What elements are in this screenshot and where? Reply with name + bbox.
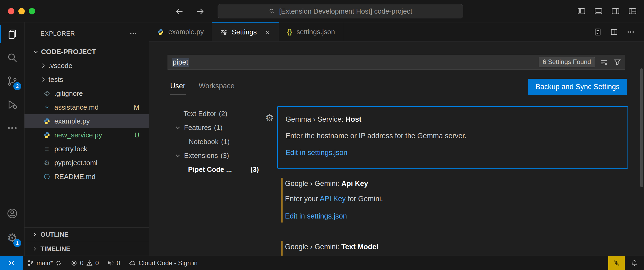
minimize-window-button[interactable] [18, 8, 25, 14]
tree-item-new-service-py[interactable]: new_service.py U [25, 128, 149, 142]
toc-extensions[interactable]: Extensions (3) [174, 149, 229, 162]
tree-item-poetry-lock[interactable]: ≡ poetry.lock [25, 142, 149, 156]
command-center[interactable]: [Extension Development Host] code-projec… [218, 4, 463, 18]
error-count: 0 [80, 259, 83, 267]
tree-item-tests[interactable]: tests [25, 73, 149, 86]
tree-item-pyproject-toml[interactable]: ⚙ pyproject.toml [25, 156, 149, 170]
toggle-secondary-sidebar-icon[interactable] [611, 7, 620, 16]
toc-pipet-code[interactable]: Pipet Code ... (3) [188, 162, 259, 176]
tree-item-vscode[interactable]: .vscode [25, 59, 149, 73]
navigate-back-button[interactable] [174, 6, 185, 17]
notifications-bell[interactable] [625, 256, 644, 270]
modified-indicator [281, 241, 283, 256]
toc-text-editor[interactable]: Text Editor (2) [184, 107, 227, 121]
setting-key: Text Model [341, 243, 378, 251]
editor-actions [593, 22, 644, 41]
backup-sync-settings-button[interactable]: Backup and Sync Settings [528, 79, 627, 95]
tab-example-py[interactable]: example.py [149, 22, 212, 41]
lock-file-icon: ≡ [45, 145, 49, 152]
markdown-file-icon [43, 104, 50, 111]
chevron-right-icon [39, 76, 47, 83]
activity-accounts[interactable] [0, 202, 25, 225]
scope-tab-workspace[interactable]: Workspace [198, 80, 235, 94]
more-actions-icon[interactable] [626, 28, 635, 36]
problems-item[interactable]: 0 0 [66, 256, 103, 270]
close-window-button[interactable] [8, 8, 14, 14]
edit-in-settings-json-link[interactable]: Edit in settings.json [285, 212, 347, 220]
file-tree: CODE-PROJECT .vscode tests .gitignore as… [25, 45, 149, 184]
tab-settings-json[interactable]: {} settings.json [279, 22, 343, 41]
split-editor-icon[interactable] [610, 28, 618, 36]
lightning-slash-icon [613, 259, 621, 267]
settings-badge: 1 [13, 239, 21, 247]
settings-search-input[interactable]: pipet 6 Settings Found [168, 55, 625, 70]
editor-tab-bar: example.py Settings {} settings.json [149, 22, 644, 42]
activity-settings[interactable]: ⚙ 1 [0, 226, 25, 250]
toc-features[interactable]: Features (1) [174, 121, 222, 134]
git-branch-icon [27, 260, 34, 267]
setting-row-gemini-api-key[interactable]: Google › Gemini: Api Key Enter your API … [281, 176, 628, 224]
status-bar-right [608, 256, 644, 270]
explorer-more-actions-icon[interactable] [129, 30, 137, 38]
json-file-icon: {} [287, 28, 292, 36]
tab-label: example.py [168, 28, 204, 36]
clear-search-icon[interactable] [600, 58, 608, 66]
timeline-section-header[interactable]: TIMELINE [25, 242, 149, 256]
section-label: TIMELINE [40, 245, 70, 253]
outline-section-header[interactable]: OUTLINE [25, 227, 149, 241]
toc-notebook[interactable]: Notebook (1) [189, 135, 230, 149]
command-center-title: [Extension Development Host] code-projec… [279, 7, 412, 15]
ports-item[interactable]: 0 [103, 256, 124, 270]
close-tab-icon[interactable] [264, 29, 271, 35]
run-debug-icon [6, 99, 18, 110]
git-file-icon [43, 90, 50, 97]
activity-search[interactable] [0, 46, 25, 69]
toc-label: Notebook [189, 138, 218, 146]
activity-explorer[interactable] [0, 22, 25, 46]
tree-item-gitignore[interactable]: .gitignore [25, 86, 149, 100]
scope-tab-user[interactable]: User [170, 80, 186, 94]
tree-root-code-project[interactable]: CODE-PROJECT [25, 45, 149, 59]
python-file-icon [43, 118, 50, 125]
edit-in-settings-json-link[interactable]: Edit in settings.json [286, 149, 348, 157]
extensions-disabled-indicator[interactable] [608, 256, 625, 270]
customize-layout-icon[interactable] [628, 7, 637, 16]
tree-item-readme-md[interactable]: README.md [25, 170, 149, 184]
description-text: for Gemini. [346, 195, 383, 203]
cloud-code-item[interactable]: Cloud Code - Sign in [124, 256, 202, 270]
zoom-window-button[interactable] [29, 8, 35, 14]
status-bar: main* 0 0 0 Cloud Code - Sign in [0, 256, 644, 270]
toggle-primary-sidebar-icon[interactable] [577, 7, 586, 16]
remote-indicator[interactable] [0, 256, 23, 270]
info-file-icon [43, 173, 50, 180]
scrollbar[interactable] [640, 68, 643, 187]
tree-root-label: CODE-PROJECT [41, 48, 96, 56]
setting-title: Google › Gemini: Api Key [285, 178, 368, 189]
tree-item-example-py[interactable]: example.py [25, 114, 149, 128]
chevron-down-icon [174, 124, 181, 131]
filter-icon[interactable] [613, 58, 622, 66]
activity-source-control[interactable]: 2 [0, 69, 25, 93]
setting-row-gear-icon[interactable]: ⚙ [265, 113, 274, 123]
branch-item[interactable]: main* [23, 256, 66, 270]
setting-row-gemini-text-model[interactable]: Google › Gemini: Text Model [281, 241, 628, 256]
activity-more[interactable] [0, 116, 25, 140]
open-settings-json-icon[interactable] [593, 28, 602, 36]
toc-count: (3) [250, 165, 259, 174]
tab-settings[interactable]: Settings [212, 22, 279, 41]
tree-item-assistance-md[interactable]: assistance.md M [25, 100, 149, 114]
account-icon [6, 208, 18, 219]
tree-item-label: assistance.md [54, 103, 99, 112]
chevron-right-icon [31, 246, 38, 252]
toc-count: (1) [214, 124, 223, 132]
section-label: OUTLINE [40, 231, 68, 238]
activity-bar: 2 ⚙ 1 [0, 22, 25, 256]
tree-item-label: example.py [54, 117, 90, 125]
search-controls: 6 Settings Found [539, 57, 622, 67]
toggle-panel-icon[interactable] [594, 7, 603, 16]
api-key-link[interactable]: API Key [320, 195, 346, 203]
setting-row-gemma-service-host[interactable]: Gemma › Service: Host Enter the hostname… [277, 106, 628, 169]
activity-run-debug[interactable] [0, 93, 25, 116]
python-file-icon [157, 29, 164, 35]
navigate-forward-button[interactable] [195, 6, 205, 17]
